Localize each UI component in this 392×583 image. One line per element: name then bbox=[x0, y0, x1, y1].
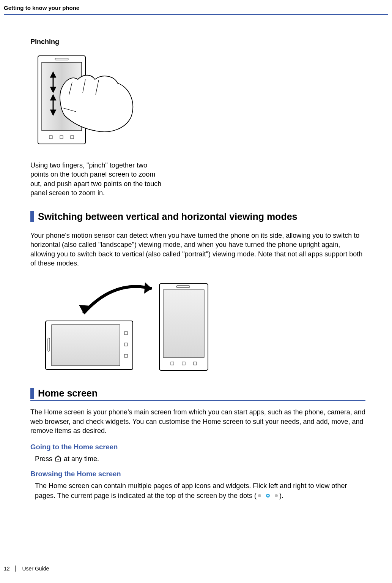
svg-rect-19 bbox=[124, 354, 128, 357]
svg-rect-16 bbox=[48, 338, 50, 351]
svg-point-26 bbox=[58, 459, 59, 460]
svg-rect-15 bbox=[52, 325, 120, 366]
pinching-illustration bbox=[34, 53, 365, 149]
home-icon bbox=[54, 455, 62, 465]
header-divider bbox=[4, 14, 388, 15]
svg-rect-17 bbox=[124, 332, 128, 335]
home-heading: Home screen bbox=[30, 388, 365, 399]
svg-rect-21 bbox=[163, 290, 204, 357]
svg-point-27 bbox=[258, 494, 261, 497]
svg-rect-24 bbox=[182, 362, 185, 365]
svg-marker-12 bbox=[144, 282, 152, 294]
going-home-prefix: Press bbox=[35, 455, 54, 463]
page-number: 12 bbox=[4, 566, 16, 572]
svg-rect-3 bbox=[49, 136, 52, 139]
svg-rect-25 bbox=[194, 362, 197, 365]
svg-point-29 bbox=[267, 495, 269, 496]
section-divider bbox=[30, 400, 365, 401]
svg-point-30 bbox=[275, 494, 278, 497]
home-intro: The Home screen is your phone's main scr… bbox=[30, 408, 365, 435]
svg-rect-18 bbox=[124, 343, 128, 346]
orientation-illustration bbox=[38, 275, 365, 374]
svg-rect-22 bbox=[176, 286, 190, 288]
going-home-body: Press at any time. bbox=[35, 454, 365, 465]
browsing-home-suffix: ). bbox=[279, 492, 283, 499]
section-divider bbox=[30, 224, 365, 224]
pinching-label: Pinching bbox=[30, 38, 365, 46]
going-home-heading: Going to the Home screen bbox=[30, 443, 365, 451]
page-footer: 12 User Guide bbox=[4, 566, 49, 572]
browsing-home-body: The Home screen can contain multiple pag… bbox=[35, 481, 365, 501]
svg-rect-5 bbox=[71, 136, 74, 139]
pinching-caption: Using two fingers, "pinch" together two … bbox=[30, 161, 167, 197]
running-header: Getting to know your phone bbox=[4, 0, 388, 14]
dots-indicator-icon bbox=[257, 491, 279, 501]
switching-body: Your phone's motion sensor can detect wh… bbox=[30, 231, 365, 268]
browsing-home-heading: Browsing the Home screen bbox=[30, 470, 365, 478]
svg-rect-4 bbox=[60, 136, 63, 139]
guide-label: User Guide bbox=[22, 566, 49, 572]
browsing-home-prefix: The Home screen can contain multiple pag… bbox=[35, 482, 347, 499]
going-home-suffix: at any time. bbox=[64, 455, 99, 463]
svg-rect-23 bbox=[171, 362, 174, 365]
svg-rect-2 bbox=[55, 58, 68, 60]
switching-heading: Switching between vertical and horizonta… bbox=[30, 211, 365, 222]
